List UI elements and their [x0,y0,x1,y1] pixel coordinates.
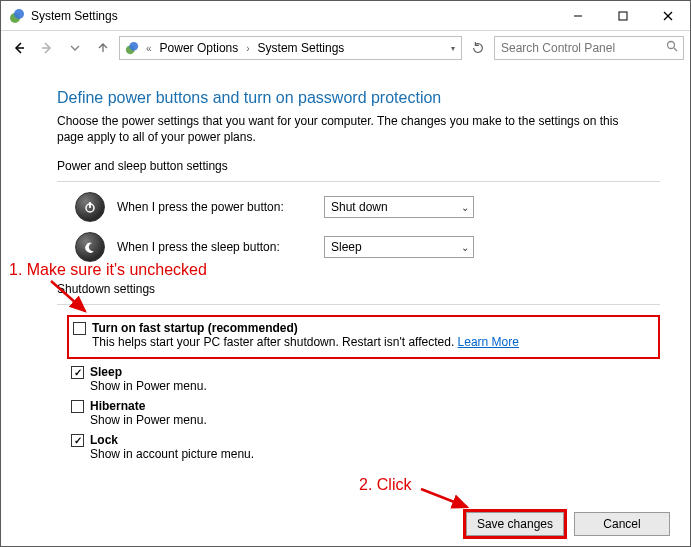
nav-up-button[interactable] [91,36,115,60]
breadcrumb-icon [124,40,140,56]
svg-line-15 [421,489,467,507]
annotation-arrow-2 [419,483,479,513]
svg-point-1 [14,9,24,19]
save-changes-button[interactable]: Save changes [466,512,564,536]
fast-startup-title: Turn on fast startup (recommended) [92,321,298,335]
section-power-sleep: Power and sleep button settings [57,159,660,173]
power-button-label: When I press the power button: [117,200,312,214]
svg-rect-3 [619,12,627,20]
refresh-button[interactable] [466,36,490,60]
learn-more-link[interactable]: Learn More [458,335,519,349]
search-icon [666,40,679,56]
annotation-highlight-box: Turn on fast startup (recommended) This … [67,315,660,359]
nav-row: « Power Options › System Settings ▾ [1,31,690,65]
breadcrumb[interactable]: « Power Options › System Settings ▾ [119,36,462,60]
chevron-right-icon: › [244,43,251,54]
minimize-button[interactable] [555,1,600,31]
hibernate-title: Hibernate [90,399,145,413]
power-button-value: Shut down [331,200,388,214]
divider [57,181,660,182]
app-icon [9,8,25,24]
power-button-select[interactable]: Shut down ⌄ [324,196,474,218]
chevron-right-icon: « [144,43,154,54]
fast-startup-desc: This helps start your PC faster after sh… [92,335,652,349]
hibernate-desc: Show in Power menu. [90,413,660,427]
page-intro: Choose the power settings that you want … [57,113,637,145]
shutdown-settings: Turn on fast startup (recommended) This … [71,315,660,461]
divider [57,304,660,305]
sleep-option: Sleep Show in Power menu. [71,365,660,393]
sleep-button-row: When I press the sleep button: Sleep ⌄ [75,232,660,262]
nav-back-button[interactable] [7,36,31,60]
breadcrumb-item[interactable]: System Settings [254,41,349,55]
chevron-down-icon: ⌄ [461,202,469,213]
nav-forward-button[interactable] [35,36,59,60]
svg-point-10 [668,42,675,49]
lock-desc: Show in account picture menu. [90,447,660,461]
search-box[interactable] [494,36,684,60]
maximize-button[interactable] [600,1,645,31]
button-bar: Save changes Cancel [1,512,690,536]
lock-option: Lock Show in account picture menu. [71,433,660,461]
annotation-step2: 2. Click [359,476,411,494]
sleep-button-label: When I press the sleep button: [117,240,312,254]
svg-line-11 [674,48,677,51]
power-button-row: When I press the power button: Shut down… [75,192,660,222]
fast-startup-option: Turn on fast startup (recommended) This … [73,321,652,349]
titlebar: System Settings [1,1,690,31]
sleep-button-value: Sleep [331,240,362,254]
close-button[interactable] [645,1,690,31]
lock-title: Lock [90,433,118,447]
power-icon [75,192,105,222]
sleep-icon [75,232,105,262]
fast-startup-checkbox[interactable] [73,322,86,335]
cancel-button[interactable]: Cancel [574,512,670,536]
lock-checkbox[interactable] [71,434,84,447]
hibernate-checkbox[interactable] [71,400,84,413]
sleep-checkbox[interactable] [71,366,84,379]
svg-point-9 [129,42,138,51]
section-shutdown: Shutdown settings [57,282,660,296]
content: Define power buttons and turn on passwor… [1,65,690,473]
sleep-desc: Show in Power menu. [90,379,660,393]
window-title: System Settings [31,9,555,23]
chevron-down-icon: ⌄ [461,242,469,253]
chevron-down-icon[interactable]: ▾ [447,44,459,53]
hibernate-option: Hibernate Show in Power menu. [71,399,660,427]
sleep-title: Sleep [90,365,122,379]
sleep-button-select[interactable]: Sleep ⌄ [324,236,474,258]
breadcrumb-item[interactable]: Power Options [156,41,243,55]
search-input[interactable] [499,40,666,56]
page-title: Define power buttons and turn on passwor… [57,89,660,107]
nav-recent-button[interactable] [63,36,87,60]
